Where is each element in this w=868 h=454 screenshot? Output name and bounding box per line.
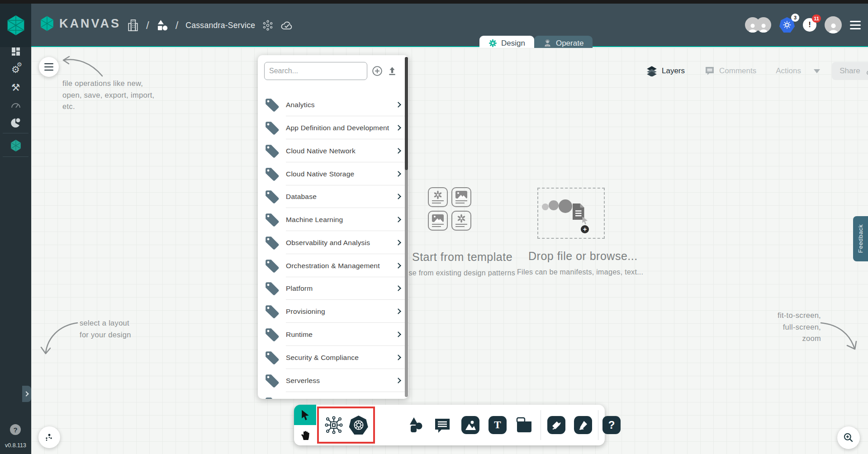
category-item-cloud-native-network[interactable]: Cloud Native Network [258,139,408,162]
feedback-tab[interactable]: Feedback [853,216,868,261]
left-sidebar: ⚙⚙ ⚒ ? v0.8.113 [0,4,31,454]
category-tag-icon [264,235,280,251]
header-menu-button[interactable] [850,21,861,29]
chevron-right-icon [395,148,401,154]
image-tool[interactable] [461,416,479,434]
category-label: Security & Compliance [286,354,396,362]
sidebar-item-dashboard[interactable] [0,43,31,60]
chevron-right-icon [395,125,401,131]
design-canvas[interactable]: file operations like new, open, save, ex… [31,48,868,454]
sidebar-item-lifecycle[interactable]: ⚙⚙ [0,61,31,78]
kubernetes-context-button[interactable]: 3 [779,17,795,33]
category-item-runtime[interactable]: Runtime [258,323,408,346]
share-button[interactable]: Share [832,62,868,80]
organization-icon[interactable] [127,19,139,32]
component-circuit-tool[interactable] [324,415,344,435]
comments-button[interactable]: Comments [704,66,756,76]
pen-tool[interactable] [547,416,565,434]
category-label: Platform [286,284,396,293]
category-item-app-definition[interactable]: App Definition and Development [258,116,408,139]
shapes-tool[interactable] [407,416,425,434]
add-plus-icon: + [581,225,589,233]
add-component-icon[interactable] [372,66,383,76]
category-item-provisioning[interactable]: Provisioning [258,300,408,323]
search-box[interactable] [264,62,367,80]
user-avatar[interactable] [825,16,842,33]
kanvas-wordmark: KANVAS [59,17,121,31]
category-item-platform[interactable]: Platform [258,277,408,300]
select-tool[interactable] [294,405,316,425]
notifications-button[interactable]: ! 11 [803,18,816,32]
note-tool[interactable] [515,416,533,434]
category-item-analytics[interactable]: Analytics [258,93,408,116]
gears-icon: ⚙⚙ [11,64,20,75]
layout-graph-icon [44,432,54,442]
layers-button[interactable]: Layers [646,66,685,76]
drop-file-zone[interactable]: + [537,188,605,239]
design-name[interactable]: Cassandra-Service [185,21,255,30]
share-label: Share [840,66,860,76]
bottom-toolbar: T [294,405,605,445]
help-button[interactable]: ? [10,424,21,435]
tab-design-label: Design [501,39,525,48]
start-from-template-thumbs[interactable] [428,187,471,234]
panel-scrollbar-thumb[interactable] [405,57,408,170]
chevron-right-icon [395,194,401,199]
canvas-menu-button[interactable] [39,57,59,77]
import-upload-icon[interactable] [387,66,397,76]
comments-label: Comments [719,66,756,76]
comment-tool[interactable] [433,416,451,434]
sidebar-item-configuration[interactable]: ⚒ [0,80,31,96]
template-card [428,187,448,207]
template-card [428,211,448,231]
search-input[interactable] [269,67,363,75]
text-tool[interactable]: T [489,416,507,434]
pan-tool[interactable] [294,425,316,445]
kanvas-logo-icon [39,15,55,32]
breadcrumb-separator: / [146,19,149,32]
question-mark-icon: ? [602,416,621,434]
category-item-observability[interactable]: Observability and Analysis [258,231,408,254]
sidebar-expand-button[interactable] [22,386,31,402]
start-from-template-title[interactable]: Start from template [412,251,512,264]
help-tool[interactable]: ? [602,416,621,434]
layer5-logo[interactable] [0,4,31,47]
category-item-orchestration[interactable]: Orchestration & Management [258,254,408,277]
kanvas-brand[interactable]: KANVAS [39,15,121,32]
cursor-icon [582,217,589,225]
collaborator-avatars[interactable] [745,17,771,33]
chevron-right-icon [395,171,401,177]
actions-dropdown[interactable]: Actions [776,66,821,76]
category-tag-icon [264,97,280,113]
category-item-cloud-native-storage[interactable]: Cloud Native Storage [258,162,408,185]
category-item-machine-learning[interactable]: Machine Learning [258,208,408,231]
category-item-database[interactable]: Database [258,185,408,208]
zoom-controls-button[interactable] [837,426,860,449]
image-icon [432,214,444,222]
designs-icon[interactable] [157,19,168,31]
sidebar-item-kanvas-active[interactable] [0,137,31,154]
category-label: Orchestration & Management [286,262,396,270]
layout-select-button[interactable] [38,426,60,448]
category-tag-icon [264,258,280,274]
hand-icon [300,430,310,441]
category-label: Runtime [286,331,396,339]
category-item-serverless[interactable]: Serverless [258,369,408,392]
drop-file-title[interactable]: Drop file or browse... [528,250,638,263]
kubernetes-tool[interactable] [349,416,368,435]
freehand-draw-tool[interactable] [574,416,592,434]
category-item-security[interactable]: Security & Compliance [258,346,408,369]
sidebar-item-performance[interactable] [0,97,31,113]
canvas-header-actions: Layers Comments Actions Share [646,62,868,80]
kanvas-hexagon-icon [10,139,22,152]
chevron-right-icon [395,331,401,337]
mesh-graph-icon[interactable] [262,20,273,31]
chevron-right-icon [395,240,401,246]
chevron-right-icon [395,217,401,222]
note-icon [515,416,533,434]
sidebar-item-insights[interactable] [0,115,31,131]
category-item-partial[interactable] [258,392,408,399]
category-label: Observability and Analysis [286,239,396,247]
annotation-arrow [59,54,104,80]
annotation-arrow [39,319,79,357]
